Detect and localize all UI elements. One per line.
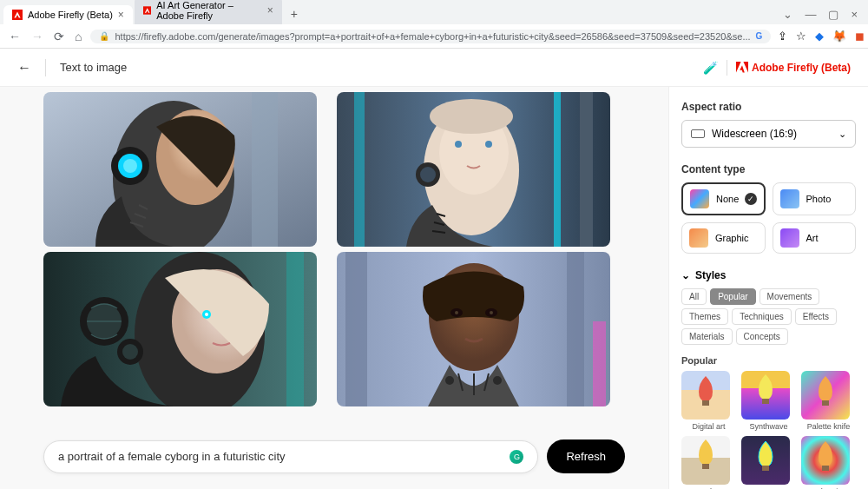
style-thumb bbox=[801, 436, 850, 485]
generated-image[interactable] bbox=[43, 252, 317, 406]
generated-image[interactable] bbox=[337, 252, 610, 406]
style-palette-knife[interactable]: Palette knife bbox=[801, 371, 856, 431]
content-type-grid: None ✓ Photo Graphic Art bbox=[681, 182, 856, 254]
nav-bar: ← → ⟳ ⌂ 🔒 https://firefly.adobe.com/gene… bbox=[0, 24, 868, 49]
style-caption: Digital art bbox=[681, 422, 736, 431]
maximize-icon[interactable]: ▢ bbox=[828, 8, 838, 21]
ct-label: None bbox=[716, 194, 739, 204]
refresh-button[interactable]: Refresh bbox=[547, 439, 625, 473]
svg-rect-32 bbox=[567, 252, 584, 406]
lock-icon: 🔒 bbox=[99, 31, 109, 41]
style-tab-themes[interactable]: Themes bbox=[681, 308, 728, 325]
style-digital-art[interactable]: Digital art bbox=[681, 371, 736, 431]
widescreen-icon bbox=[691, 129, 705, 138]
beaker-icon[interactable]: 🧪 bbox=[703, 61, 718, 75]
content-type-art[interactable]: Art bbox=[773, 222, 857, 254]
ext-icon[interactable]: ◼ bbox=[855, 30, 865, 43]
ct-label: Photo bbox=[806, 194, 832, 204]
home-icon[interactable]: ⌂ bbox=[73, 28, 83, 45]
close-icon[interactable]: × bbox=[267, 4, 273, 17]
style-grid: Digital art Synthwave Palette knife Laye… bbox=[681, 371, 856, 489]
style-tab-all[interactable]: All bbox=[681, 288, 707, 305]
styles-toggle[interactable]: ⌄ Styles bbox=[681, 269, 856, 281]
chevron-down-icon[interactable]: ⌄ bbox=[783, 8, 792, 21]
extension-icons: ⇪ ☆ ◆ 🦊 ◼ ✦ ✱ ▦ ⋮ bbox=[778, 30, 868, 43]
generated-image[interactable] bbox=[337, 92, 610, 247]
browser-tab[interactable]: AI Art Generator – Adobe Firefly × bbox=[135, 0, 282, 24]
firefly-brand[interactable]: Adobe Firefly (Beta) bbox=[736, 62, 851, 74]
browser-chrome: Adobe Firefly (Beta) × AI Art Generator … bbox=[0, 0, 868, 49]
generated-image[interactable] bbox=[43, 92, 317, 247]
style-thumb bbox=[681, 371, 730, 420]
style-thumb bbox=[801, 371, 850, 420]
style-tab-popular[interactable]: Popular bbox=[710, 288, 755, 305]
minimize-icon[interactable]: — bbox=[805, 8, 816, 21]
share-icon[interactable]: ⇪ bbox=[778, 30, 787, 43]
style-neon[interactable]: Neon bbox=[741, 436, 796, 489]
url-text: https://firefly.adobe.com/generate/image… bbox=[115, 31, 750, 42]
style-tab-effects[interactable]: Effects bbox=[795, 308, 837, 325]
brand-label: Adobe Firefly (Beta) bbox=[752, 62, 851, 74]
svg-point-40 bbox=[493, 376, 502, 385]
content-type-photo[interactable]: Photo bbox=[773, 182, 857, 215]
app-header: ← Text to image 🧪 Adobe Firefly (Beta) bbox=[0, 49, 868, 87]
style-thumb bbox=[741, 436, 790, 485]
style-layered-paper[interactable]: Layered paper bbox=[681, 436, 736, 489]
photo-thumb bbox=[780, 189, 799, 208]
close-window-icon[interactable]: × bbox=[851, 8, 858, 21]
svg-rect-43 bbox=[822, 400, 829, 406]
style-thumb bbox=[741, 371, 790, 420]
style-tab-movements[interactable]: Movements bbox=[760, 288, 820, 305]
close-icon[interactable]: × bbox=[118, 9, 124, 21]
art-thumb bbox=[780, 228, 799, 248]
image-grid bbox=[43, 92, 625, 406]
url-bar[interactable]: 🔒 https://firefly.adobe.com/generate/ima… bbox=[90, 30, 771, 43]
style-tabs: All Popular Movements Themes Techniques … bbox=[681, 288, 856, 345]
svg-rect-44 bbox=[702, 464, 709, 469]
svg-rect-31 bbox=[345, 252, 367, 406]
graphic-thumb bbox=[689, 228, 708, 248]
svg-point-15 bbox=[455, 141, 462, 148]
adobe-icon bbox=[736, 62, 748, 74]
reload-icon[interactable]: ⟳ bbox=[52, 28, 66, 45]
tab-label: AI Art Generator – Adobe Firefly bbox=[156, 0, 262, 21]
styles-label: Styles bbox=[695, 269, 726, 281]
prompt-input[interactable] bbox=[58, 450, 503, 463]
adobe-icon bbox=[12, 10, 23, 20]
style-chaotic[interactable]: Chaotic bbox=[801, 436, 856, 489]
svg-point-25 bbox=[205, 313, 208, 316]
window-controls: ⌄ — ▢ × bbox=[773, 4, 868, 24]
style-tab-materials[interactable]: Materials bbox=[681, 328, 733, 345]
style-tab-concepts[interactable]: Concepts bbox=[736, 328, 788, 345]
svg-rect-11 bbox=[554, 92, 561, 247]
ext-icon[interactable]: 🦊 bbox=[832, 30, 846, 43]
style-synthwave[interactable]: Synthwave bbox=[741, 371, 796, 431]
forward-icon[interactable]: → bbox=[30, 28, 45, 45]
content-type-none[interactable]: None ✓ bbox=[681, 182, 766, 215]
aspect-ratio-select[interactable]: Widescreen (16:9) ⌄ bbox=[681, 120, 856, 148]
back-icon[interactable]: ← bbox=[7, 28, 23, 45]
svg-point-8 bbox=[123, 159, 137, 173]
browser-tab-active[interactable]: Adobe Firefly (Beta) × bbox=[3, 5, 133, 24]
svg-point-29 bbox=[122, 344, 138, 360]
svg-rect-45 bbox=[762, 466, 769, 471]
grammarly-icon[interactable]: G bbox=[510, 450, 523, 464]
new-tab-button[interactable]: + bbox=[284, 3, 305, 24]
content-type-graphic[interactable]: Graphic bbox=[681, 222, 766, 254]
svg-rect-10 bbox=[354, 92, 365, 247]
app-back-button[interactable]: ← bbox=[17, 60, 31, 76]
svg-point-39 bbox=[445, 376, 454, 385]
tab-label: Adobe Firefly (Beta) bbox=[28, 10, 113, 20]
google-icon[interactable]: G bbox=[756, 31, 763, 41]
page-title: Text to image bbox=[60, 61, 127, 74]
svg-rect-42 bbox=[762, 399, 769, 404]
ct-label: Graphic bbox=[715, 233, 749, 243]
star-icon[interactable]: ☆ bbox=[796, 30, 806, 43]
ext-icon[interactable]: ◆ bbox=[815, 30, 824, 43]
svg-rect-12 bbox=[580, 92, 593, 247]
style-tab-techniques[interactable]: Techniques bbox=[732, 308, 792, 325]
prompt-pill[interactable]: G bbox=[43, 440, 538, 473]
svg-point-19 bbox=[420, 167, 436, 182]
divider bbox=[727, 60, 727, 76]
chevron-down-icon: ⌄ bbox=[838, 129, 846, 140]
